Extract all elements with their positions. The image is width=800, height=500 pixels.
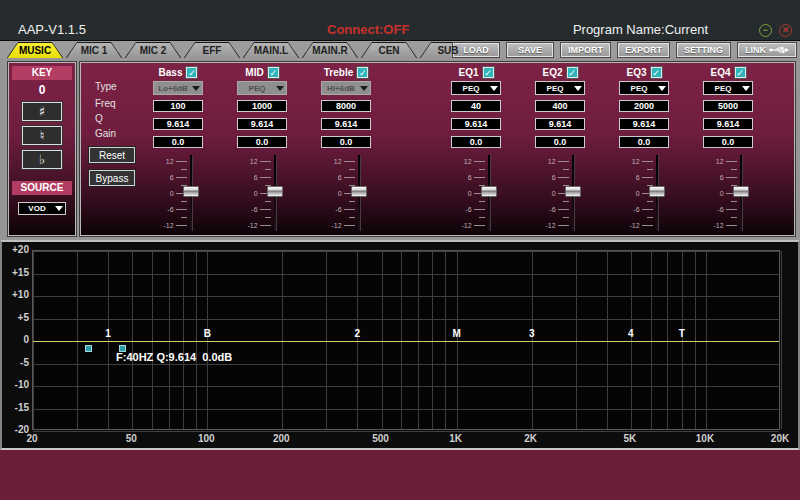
band-enable-checkbox[interactable]: ✓: [483, 67, 494, 78]
slider-track[interactable]: [358, 155, 361, 231]
band-column-eq2: EQ2✓PEQ4009.6140.01260-6-12: [518, 66, 602, 235]
save-button[interactable]: SAVE: [507, 43, 553, 57]
slider-track[interactable]: [656, 155, 659, 231]
band-marker-m[interactable]: M: [452, 328, 460, 339]
slider-handle[interactable]: [267, 186, 283, 197]
band-type-value: PEQ: [452, 84, 490, 93]
eq-drag-handle[interactable]: [85, 345, 92, 352]
band-gain-input[interactable]: 0.0: [703, 136, 753, 148]
import-button[interactable]: IMPORT: [561, 43, 610, 57]
tab-sub[interactable]: SUB: [419, 42, 477, 59]
slider-tick: [247, 213, 270, 221]
band-freq-input[interactable]: 2000: [619, 100, 669, 112]
slider-tick: 6: [247, 173, 270, 181]
band-type-dropdown[interactable]: PEQ: [451, 81, 501, 95]
band-gain-input[interactable]: 0.0: [321, 136, 371, 148]
key-flat-button[interactable]: ♭: [22, 150, 62, 169]
band-gain-input[interactable]: 0.0: [451, 136, 501, 148]
band-freq-input[interactable]: 8000: [321, 100, 371, 112]
band-enable-checkbox[interactable]: ✓: [357, 67, 368, 78]
band-q-input[interactable]: 9.614: [153, 118, 203, 130]
slider-handle[interactable]: [351, 186, 367, 197]
close-icon[interactable]: ✕: [779, 24, 792, 37]
slider-track[interactable]: [190, 155, 193, 231]
band-enable-checkbox[interactable]: ✓: [186, 67, 197, 78]
band-q-input[interactable]: 9.614: [237, 118, 287, 130]
slider-handle[interactable]: [733, 186, 749, 197]
slider-track[interactable]: [274, 155, 277, 231]
band-q-input[interactable]: 9.614: [535, 118, 585, 130]
slider-tick: [163, 197, 186, 205]
x-axis-tick-label: 100: [198, 433, 215, 444]
band-type-dropdown[interactable]: Hi+6dB: [321, 81, 371, 95]
band-freq-input[interactable]: 5000: [703, 100, 753, 112]
band-marker-b[interactable]: B: [204, 328, 211, 339]
tab-main-l[interactable]: MAIN.L: [242, 42, 300, 59]
band-type-dropdown[interactable]: PEQ: [237, 81, 287, 95]
slider-track[interactable]: [572, 155, 575, 231]
slider-handle[interactable]: [183, 186, 199, 197]
setting-button[interactable]: SETTING: [677, 43, 730, 57]
band-freq-input[interactable]: 40: [451, 100, 501, 112]
band-q-input[interactable]: 9.614: [619, 118, 669, 130]
band-q-input[interactable]: 9.614: [451, 118, 501, 130]
slider-handle[interactable]: [565, 186, 581, 197]
band-marker-3[interactable]: 3: [529, 328, 535, 339]
tab-mic-2[interactable]: MIC 2: [124, 42, 182, 59]
export-button[interactable]: EXPORT: [618, 43, 669, 57]
band-name: Bass: [159, 67, 183, 78]
tab-main-r[interactable]: MAIN.R: [301, 42, 359, 59]
slider-handle[interactable]: [649, 186, 665, 197]
slider-handle[interactable]: [481, 186, 497, 197]
bypass-button[interactable]: Bypass: [89, 170, 135, 186]
tab-label: MAIN.L: [242, 42, 300, 59]
gridline-vertical: [651, 251, 652, 429]
slider-track[interactable]: [488, 155, 491, 231]
tab-music[interactable]: MUSIC: [6, 42, 64, 59]
tab-cen[interactable]: CEN: [360, 42, 418, 59]
band-gain-input[interactable]: 0.0: [237, 136, 287, 148]
source-dropdown[interactable]: VOD: [18, 202, 66, 215]
band-marker-4[interactable]: 4: [628, 328, 634, 339]
gridline-vertical: [781, 251, 782, 429]
band-enable-checkbox[interactable]: ✓: [567, 67, 578, 78]
key-natural-button[interactable]: ♮: [22, 126, 62, 145]
band-gain-input[interactable]: 0.0: [535, 136, 585, 148]
band-enable-checkbox[interactable]: ✓: [268, 67, 279, 78]
band-type-dropdown[interactable]: Lo+6dB: [153, 81, 203, 95]
band-type-dropdown[interactable]: PEQ: [619, 81, 669, 95]
band-q-input[interactable]: 9.614: [321, 118, 371, 130]
app-window: AAP-V1.1.5 Connect:OFF Program Name:Curr…: [0, 0, 800, 500]
graph-plot-area[interactable]: 1B2M34TF:40HZ Q:9.614 0.0dB: [32, 250, 780, 430]
tab-eff[interactable]: EFF: [183, 42, 241, 59]
slider-tick: [331, 165, 354, 173]
band-marker-1[interactable]: 1: [105, 328, 111, 339]
key-sharp-button[interactable]: ♯: [22, 102, 62, 121]
link-button[interactable]: LINK: [738, 43, 796, 57]
band-freq-input[interactable]: 400: [535, 100, 585, 112]
band-header: Bass✓: [159, 66, 198, 79]
y-axis-tick-label: +20: [3, 244, 29, 255]
response-curve-line: [33, 341, 779, 342]
band-type-dropdown[interactable]: PEQ: [535, 81, 585, 95]
reset-button[interactable]: Reset: [89, 147, 135, 163]
band-type-dropdown[interactable]: PEQ: [703, 81, 753, 95]
band-gain-input[interactable]: 0.0: [619, 136, 669, 148]
band-enable-checkbox[interactable]: ✓: [735, 67, 746, 78]
band-header: Treble✓: [324, 66, 368, 79]
tab-label: MAIN.R: [301, 42, 359, 59]
band-marker-2[interactable]: 2: [355, 328, 361, 339]
tab-mic-1[interactable]: MIC 1: [65, 42, 123, 59]
band-q-input[interactable]: 9.614: [703, 118, 753, 130]
band-marker-t[interactable]: T: [679, 328, 685, 339]
slider-tick: [247, 165, 270, 173]
band-freq-input[interactable]: 1000: [237, 100, 287, 112]
button-label: LINK: [745, 45, 766, 55]
eq-bands-panel: Type Freq Q Gain Reset Bypass Bass✓Lo+6d…: [80, 62, 795, 236]
minimize-icon[interactable]: −: [759, 24, 772, 37]
x-axis-tick-label: 5K: [623, 433, 636, 444]
band-enable-checkbox[interactable]: ✓: [651, 67, 662, 78]
band-gain-input[interactable]: 0.0: [153, 136, 203, 148]
slider-track[interactable]: [740, 155, 743, 231]
band-freq-input[interactable]: 100: [153, 100, 203, 112]
